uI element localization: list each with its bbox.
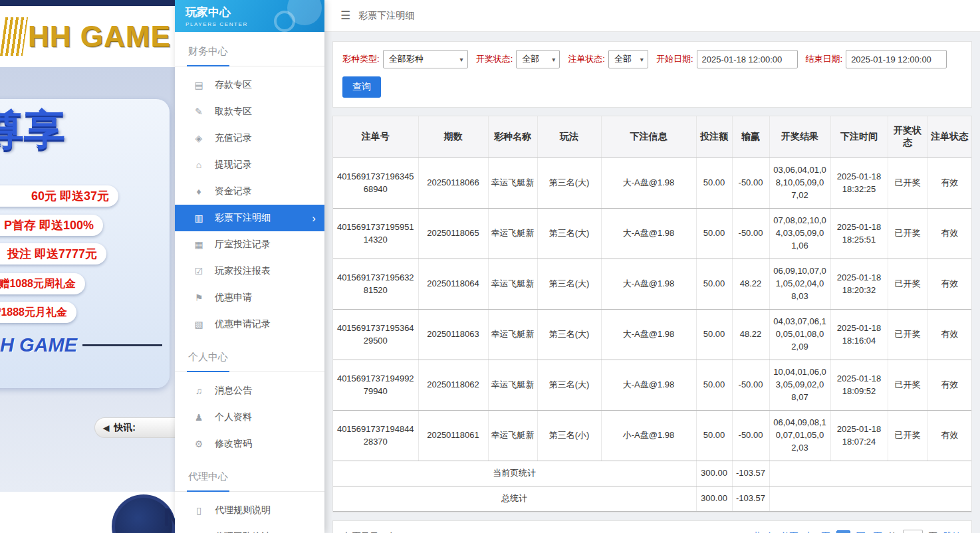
cell-period: 20250118065 (418, 209, 488, 259)
column-header-order-id: 注单号 (333, 116, 418, 158)
bottom-letter: N (164, 504, 175, 532)
cell-period: 20250118066 (418, 158, 488, 209)
news-label: 快讯: (114, 422, 136, 434)
cell-order-status: 有效 (927, 259, 971, 310)
total-count: 共6条 (753, 530, 775, 533)
sidebar-item-label: 厅室投注记录 (215, 239, 271, 251)
page-title: 彩票下注明细 (358, 10, 414, 22)
lottery-type-label: 彩种类型: (342, 53, 380, 65)
column-header-draw-result: 开奖结果 (769, 116, 830, 158)
promo-pill-text: 60元 即送37元 (31, 188, 109, 204)
total-summary-empty (769, 486, 971, 512)
sidebar-item-withdrawal-record[interactable]: ⌂ 提现记录 (175, 152, 324, 178)
cell-bet-time: 2025-01-18 18:09:52 (830, 360, 888, 411)
cell-bet-info: 大-A盘@1.98 (601, 259, 696, 310)
sidebar-item-withdraw[interactable]: ✎ 取款专区 (175, 98, 324, 125)
sidebar-item-messages[interactable]: ♫ 消息公告 (175, 377, 324, 404)
sidebar-title: 玩家中心 (185, 5, 324, 20)
cell-order-id: 401569173719499279940 (333, 360, 418, 411)
cell-order-status: 有效 (927, 310, 971, 360)
draw-status-value: 全部 (522, 53, 539, 65)
start-date-input[interactable] (697, 50, 798, 68)
sidebar-item-agent-rules[interactable]: ▯ 代理规则说明 (175, 497, 324, 524)
promo-footer-text: H GAME (0, 334, 77, 356)
player-center-sidebar: 玩家中心 PLAYERS CENTER 财务中心 ▤ 存款专区 ✎ 取款专区 ◈… (175, 0, 324, 533)
message-icon: ♫ (193, 385, 204, 396)
cell-play: 第三名(小) (537, 411, 601, 461)
cell-bet-time: 2025-01-18 18:16:04 (830, 310, 888, 360)
sidebar-item-label: 消息公告 (215, 385, 252, 397)
prev-page-link[interactable]: 上一页 (804, 530, 830, 533)
cell-win-loss: -50.00 (732, 209, 769, 259)
jump-button[interactable]: 跳转 (943, 530, 961, 533)
promo-pill-text: 加赠1088元周礼金 (0, 277, 76, 291)
withdrawal-record-icon: ⌂ (193, 160, 204, 170)
table-header-row: 注单号 期数 彩种名称 玩法 下注信息 投注额 输赢 开奖结果 下注时间 开奖状… (333, 116, 971, 158)
current-page[interactable]: 1 (836, 530, 850, 533)
cell-order-status: 有效 (927, 158, 971, 209)
pagination-controls: 共6条 首页 上一页 1 下一页 第 页 跳转 (753, 530, 961, 533)
sidebar-item-lottery-bet-detail[interactable]: ▥ 彩票下注明细 › (175, 205, 324, 231)
table-row: 401569173719634568940 20250118066 幸运飞艇新 … (333, 158, 971, 209)
background-top-strip (0, 0, 175, 6)
profile-icon: ♟ (193, 412, 204, 423)
filter-panel: 彩种类型: 全部彩种 ▾ 开奖状态: 全部 ▾ 注单状态: 全部 ▾ 开始日期:… (332, 41, 972, 108)
cell-bet-info: 大-A盘@1.98 (601, 158, 696, 209)
draw-status-select[interactable]: 全部 ▾ (516, 50, 560, 68)
jump-page-input[interactable] (903, 530, 923, 533)
sidebar-item-label: 充值记录 (215, 132, 252, 144)
sidebar-item-deposit[interactable]: ▤ 存款专区 (175, 72, 324, 98)
sidebar-item-player-bet-report[interactable]: ☑ 玩家投注报表 (175, 258, 324, 284)
cell-lottery-name: 幸运飞艇新 (488, 209, 537, 259)
cell-lottery-name: 幸运飞艇新 (488, 310, 537, 360)
bet-table: 注单号 期数 彩种名称 玩法 下注信息 投注额 输赢 开奖结果 下注时间 开奖状… (333, 116, 971, 512)
next-page-link[interactable]: 下一页 (856, 530, 882, 533)
promo-banner: 尊享 60元 即送37元 P首存 即送100% 投注 即送7777元 加赠108… (0, 67, 175, 492)
sidebar-item-label: 取款专区 (215, 106, 252, 118)
end-date-label: 结束日期: (806, 53, 843, 65)
cell-win-loss: -50.00 (732, 158, 769, 209)
column-header-bet-time: 下注时间 (830, 116, 888, 158)
cell-order-id: 401569173719634568940 (333, 158, 418, 209)
recharge-record-icon: ◈ (193, 133, 204, 144)
cell-draw-result: 06,09,10,07,01,05,02,04,08,03 (769, 259, 830, 310)
column-header-period: 期数 (418, 116, 488, 158)
first-page-link[interactable]: 首页 (781, 530, 798, 533)
sidebar-item-label: 提现记录 (215, 159, 252, 171)
cell-bet-info: 大-A盘@1.98 (601, 209, 696, 259)
lottery-type-select[interactable]: 全部彩种 ▾ (383, 50, 468, 68)
end-date-input[interactable] (846, 50, 947, 68)
cell-win-loss: 48.22 (732, 310, 769, 360)
brand-area: HH GAME (0, 6, 175, 67)
start-date-label: 开始日期: (656, 53, 693, 65)
lottery-type-value: 全部彩种 (389, 53, 424, 65)
brand-logo-icon (0, 17, 28, 56)
lottery-bet-detail-icon: ▥ (193, 213, 204, 223)
sidebar-item-promo-apply[interactable]: ⚑ 优惠申请 (175, 284, 324, 311)
search-button[interactable]: 查询 (342, 76, 381, 98)
menu-toggle-icon[interactable]: ☰ (340, 9, 350, 23)
promo-pill: P首存 即送100% (0, 215, 103, 236)
deposit-icon: ▤ (193, 80, 204, 90)
cell-play: 第三名(大) (537, 310, 601, 360)
sidebar-item-profile[interactable]: ♟ 个人资料 (175, 404, 324, 431)
main-content: ☰ 彩票下注明细 彩种类型: 全部彩种 ▾ 开奖状态: 全部 ▾ 注单状态: 全… (324, 0, 980, 533)
promo-footer: H GAME (0, 334, 162, 356)
promo-pill-text: 投注 即送7777元 (7, 246, 97, 262)
sidebar-item-recharge-record[interactable]: ◈ 充值记录 (175, 125, 324, 152)
sidebar-item-hall-bet-record[interactable]: ▦ 厅室投注记录 (175, 231, 324, 258)
sidebar-item-promo-apply-record[interactable]: ▧ 优惠申请记录 (175, 311, 324, 338)
cell-order-id: 401569173719563281520 (333, 259, 418, 310)
chevron-down-icon: ▾ (460, 56, 463, 63)
sidebar-item-agent-team-stats[interactable]: ▩ 代理团队统计 (175, 524, 324, 533)
sidebar-item-funds-record[interactable]: ♦ 资金记录 (175, 178, 324, 205)
section-agent-center: 代理中心 (175, 457, 324, 492)
column-header-bet-info: 下注信息 (601, 116, 696, 158)
hall-bet-record-icon: ▦ (193, 239, 204, 250)
promo-pill-text: P首存 即送100% (4, 217, 94, 233)
page-summary-winloss-total: -103.57 (732, 461, 769, 486)
agent-rules-icon: ▯ (193, 505, 204, 516)
cell-bet-info: 大-A盘@1.98 (601, 360, 696, 411)
order-status-select[interactable]: 全部 ▾ (608, 50, 648, 68)
sidebar-item-change-password[interactable]: ⚙ 修改密码 (175, 431, 324, 457)
